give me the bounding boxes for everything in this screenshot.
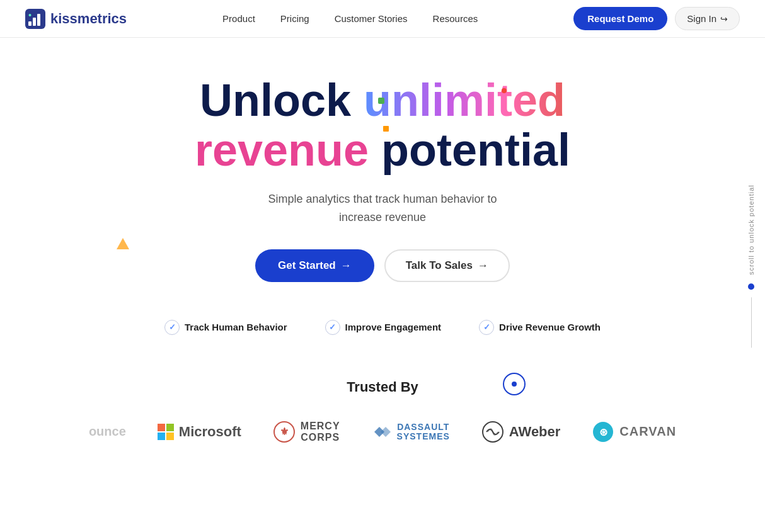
feature-revenue: ✓ Drive Revenue Growth	[479, 320, 601, 335]
logo-dassault: DASSAULT SYSTEMES	[372, 422, 450, 442]
check-icon-track: ✓	[164, 320, 180, 335]
logo-microsoft: Microsoft	[158, 424, 241, 440]
scroll-indicator: scroll to unlock potential	[747, 184, 755, 348]
logo-text: kissmetrics	[50, 11, 127, 27]
bounce-logo-text: ounce	[89, 424, 126, 439]
mercy-corps-text-line1: MERCY	[301, 421, 340, 432]
trusted-dot-inner	[512, 382, 517, 387]
trusted-title: Trusted By	[0, 379, 765, 395]
feature-engage: ✓ Improve Engagement	[325, 320, 442, 335]
check-icon-revenue: ✓	[479, 320, 494, 335]
microsoft-logo-icon	[158, 424, 174, 440]
nav-links: Product Pricing Customer Stories Resourc…	[222, 13, 478, 24]
svg-rect-2	[33, 18, 36, 26]
deco-triangle-shape	[117, 238, 129, 249]
trusted-dot-decoration	[503, 373, 526, 395]
scroll-line	[751, 297, 752, 348]
logo-mercy-corps: ⚜ MERCY CORPS	[273, 421, 340, 443]
svg-point-4	[29, 14, 32, 16]
hero-title: Unlock unlimited revenue potential	[13, 76, 752, 175]
aweber-logo-text: AWeber	[509, 424, 561, 440]
hero-potential-text: potential	[369, 125, 570, 175]
sign-in-button[interactable]: Sign In ↪	[675, 7, 740, 30]
logo-bounce: ounce	[89, 424, 126, 439]
talk-to-sales-button[interactable]: Talk To Sales →	[384, 249, 510, 282]
hero-buttons: Get Started → Talk To Sales →	[13, 249, 752, 282]
get-started-arrow-icon: →	[341, 259, 352, 272]
mercy-corps-text-line2: CORPS	[301, 432, 340, 443]
hero-features: ✓ Track Human Behavior ✓ Improve Engagem…	[13, 320, 752, 335]
navbar: kissmetrics Product Pricing Customer Sto…	[0, 0, 765, 38]
svg-text:⊛: ⊛	[599, 427, 607, 438]
nav-pricing[interactable]: Pricing	[280, 13, 309, 24]
aweber-logo-icon	[481, 421, 504, 443]
dassault-logo-icon	[372, 422, 392, 442]
dassault-text-line1: DASSAULT	[397, 422, 450, 432]
carvan-logo-icon: ⊛	[592, 421, 614, 443]
svg-rect-3	[37, 14, 40, 26]
logo-carvan: ⊛ CARVAN	[592, 421, 676, 443]
hero-section: Unlock unlimited revenue potential Simpl…	[0, 38, 765, 360]
mercy-corps-logo-icon: ⚜	[273, 421, 296, 443]
carvan-logo-text: CARVAN	[619, 424, 676, 439]
svg-text:⚜: ⚜	[280, 426, 289, 437]
nav-actions: Request Demo Sign In ↪	[573, 7, 740, 30]
sign-in-arrow-icon: ↪	[720, 14, 728, 24]
get-started-button[interactable]: Get Started →	[255, 249, 374, 282]
hero-unlimited-text: unlimited	[364, 75, 565, 125]
logo-aweber: AWeber	[481, 421, 561, 443]
scroll-dot	[748, 283, 754, 290]
feature-track: ✓ Track Human Behavior	[164, 320, 287, 335]
hero-revenue-text: revenue	[195, 125, 369, 175]
logo-bar: ounce Microsoft ⚜ MERCY CORPS	[0, 414, 765, 450]
logo-link[interactable]: kissmetrics	[25, 9, 127, 29]
svg-rect-1	[28, 21, 32, 26]
talk-sales-arrow-icon: →	[478, 259, 488, 272]
trusted-section: Trusted By ounce Microsoft ⚜ MERCY CORPS	[0, 360, 765, 462]
nav-product[interactable]: Product	[222, 13, 255, 24]
nav-resources[interactable]: Resources	[433, 13, 478, 24]
hero-subtitle: Simple analytics that track human behavi…	[13, 190, 752, 227]
nav-customer-stories[interactable]: Customer Stories	[335, 13, 408, 24]
logo-icon	[25, 9, 45, 29]
check-icon-engage: ✓	[325, 320, 340, 335]
dassault-text-line2: SYSTEMES	[397, 432, 450, 441]
microsoft-logo-text: Microsoft	[179, 424, 241, 440]
scroll-text: scroll to unlock potential	[747, 184, 755, 274]
request-demo-button[interactable]: Request Demo	[573, 7, 667, 30]
